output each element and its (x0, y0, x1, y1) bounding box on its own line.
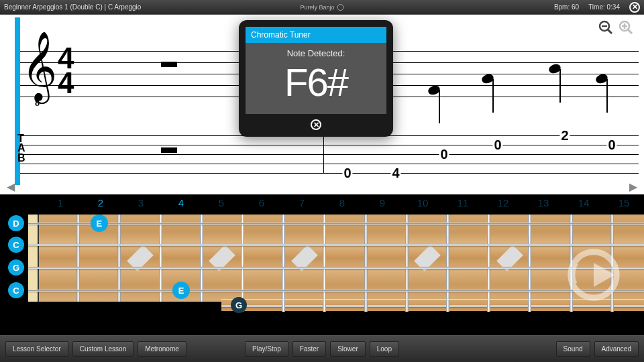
fretboard-area: 123456789101112131415 DCGCGEE (0, 194, 644, 335)
fret-number: 8 (322, 197, 362, 213)
fret-number: 10 (402, 197, 443, 213)
open-string-label[interactable]: D (8, 215, 24, 231)
fret-number: 6 (241, 197, 282, 213)
fret-numbers: 123456789101112131415 (40, 197, 644, 213)
score-area: 𝄞 8 44 TAB 040020 ◀ ▶ (0, 15, 644, 194)
tuner-subtitle: Note Detected: (246, 48, 386, 58)
zoom-in-icon[interactable] (617, 19, 635, 36)
open-string-label[interactable]: G (8, 259, 24, 276)
fret-number: 4 (161, 197, 201, 213)
prev-measure-icon[interactable]: ◀ (7, 180, 15, 193)
svg-line-4 (628, 29, 632, 34)
top-bar: Beginner Arpeggios 1 (Double C) | C Arpe… (0, 0, 644, 15)
lesson-selector-button[interactable]: Lesson Selector (5, 341, 68, 357)
bottom-toolbar: Lesson Selector Custom Lesson Metronome … (0, 335, 644, 362)
tab-staff: TAB 040020 (20, 135, 639, 173)
tab-number: 0 (606, 137, 616, 153)
fret-note-dot[interactable]: E (91, 215, 108, 232)
brand-icon (337, 4, 344, 11)
fret-number: 1 (40, 197, 80, 213)
tab-number: 0 (439, 147, 449, 162)
custom-lesson-button[interactable]: Custom Lesson (72, 341, 133, 357)
play-stop-button[interactable]: Play/Stop (245, 341, 288, 357)
tuner-title: Chromatic Tuner (246, 27, 386, 43)
fret-number: 9 (362, 197, 402, 213)
fret-number: 11 (443, 197, 483, 213)
zoom-out-icon[interactable] (597, 19, 614, 36)
time-label: Time: 0:34 (588, 3, 620, 11)
time-signature: 44 (58, 46, 74, 96)
fret-number: 15 (604, 197, 644, 213)
svg-marker-8 (594, 263, 615, 287)
chromatic-tuner-panel: Chromatic Tuner Note Detected: F6# ✕ (239, 20, 393, 137)
fret-number: 2 (80, 197, 121, 213)
lesson-title: Beginner Arpeggios 1 (Double C) | C Arpe… (4, 3, 141, 11)
fret-number: 7 (282, 197, 322, 213)
advanced-button[interactable]: Advanced (594, 341, 639, 357)
next-measure-icon[interactable]: ▶ (629, 180, 637, 193)
loop-button[interactable]: Loop (370, 341, 399, 357)
fifth-string-label[interactable]: G (231, 297, 247, 313)
slower-button[interactable]: Slower (330, 341, 366, 357)
tuner-close-icon[interactable]: ✕ (311, 119, 321, 130)
fret-number: 3 (121, 197, 161, 213)
open-string-label[interactable]: C (8, 237, 24, 253)
faster-button[interactable]: Faster (292, 341, 326, 357)
fret-number: 13 (523, 197, 564, 213)
rest-icon (161, 62, 177, 67)
fret-number: 5 (201, 197, 241, 213)
tab-number: 4 (390, 166, 400, 181)
metronome-button[interactable]: Metronome (138, 341, 186, 357)
sound-button[interactable]: Sound (556, 341, 590, 357)
open-string-label[interactable]: C (8, 282, 24, 298)
fret-note-dot[interactable]: E (172, 282, 190, 299)
fret-number: 12 (483, 197, 523, 213)
tab-number: 2 (559, 128, 570, 143)
close-icon[interactable]: ✕ (629, 2, 640, 13)
fret-number: 14 (564, 197, 604, 213)
tab-number: 0 (342, 166, 352, 181)
brand: Purely Banjo (300, 4, 343, 11)
bpm-label: Bpm: 60 (554, 3, 579, 11)
svg-line-1 (608, 29, 612, 34)
fretboard[interactable] (28, 215, 644, 302)
treble-clef-icon: 𝄞 (21, 36, 57, 97)
tab-number: 0 (492, 137, 502, 153)
replay-icon[interactable] (564, 245, 624, 305)
tuner-detected-note: F6# (246, 60, 386, 105)
